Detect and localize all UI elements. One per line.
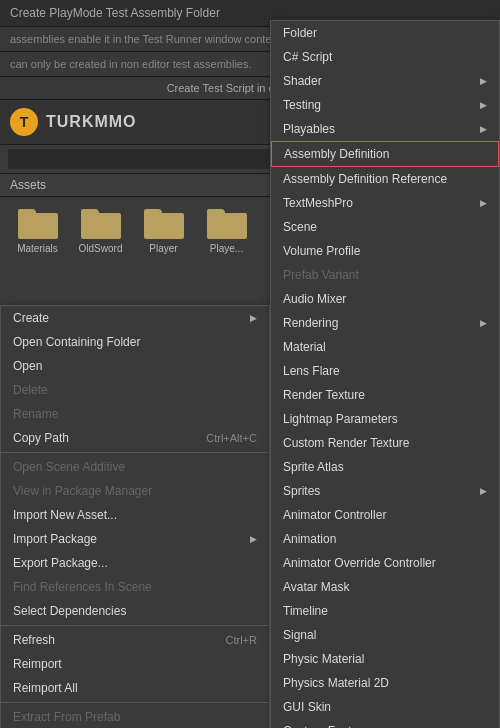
menu-item-label: Rename (13, 407, 58, 421)
asset-item[interactable]: OldSword (73, 207, 128, 302)
right-menu-item[interactable]: Folder (271, 21, 499, 45)
menu-item-label: Rendering (283, 316, 338, 330)
menu-item-label: Audio Mixer (283, 292, 346, 306)
right-menu-item[interactable]: Assembly Definition Reference (271, 167, 499, 191)
left-menu-item[interactable]: Create (1, 306, 269, 330)
menu-item-label: Assembly Definition (284, 147, 389, 161)
right-menu-item[interactable]: Scene (271, 215, 499, 239)
right-menu-item[interactable]: Physic Material (271, 647, 499, 671)
asset-item[interactable]: Playe... (199, 207, 254, 302)
asset-label: Playe... (210, 243, 243, 254)
menu-item-label: Shader (283, 74, 322, 88)
right-menu-item[interactable]: Lens Flare (271, 359, 499, 383)
info-text-1: assemblies enable it in the Test Runner … (10, 33, 311, 45)
left-menu-item: Rename (1, 402, 269, 426)
right-menu-item[interactable]: Volume Profile (271, 239, 499, 263)
asset-label: Materials (17, 243, 58, 254)
folder-icon (207, 207, 247, 239)
right-menu-item[interactable]: Material (271, 335, 499, 359)
right-menu-item[interactable]: Shader (271, 69, 499, 93)
left-context-menu[interactable]: CreateOpen Containing FolderOpenDeleteRe… (0, 305, 270, 728)
left-menu-item[interactable]: Reimport All (1, 676, 269, 700)
right-menu-item[interactable]: GUI Skin (271, 695, 499, 719)
menu-item-label: Animator Controller (283, 508, 386, 522)
menu-item-shortcut: Ctrl+R (226, 634, 257, 646)
menu-item-label: Create (13, 311, 49, 325)
menu-item-label: Import New Asset... (13, 508, 117, 522)
menu-item-label: C# Script (283, 50, 332, 64)
right-context-menu[interactable]: FolderC# ScriptShaderTestingPlayablesAss… (270, 20, 500, 728)
menu-item-label: Extract From Prefab (13, 710, 120, 724)
right-menu-item[interactable]: Sprites (271, 479, 499, 503)
left-menu-item[interactable]: Open (1, 354, 269, 378)
left-menu-item[interactable]: Copy PathCtrl+Alt+C (1, 426, 269, 450)
asset-item[interactable]: Player (136, 207, 191, 302)
left-menu-item[interactable]: Select Dependencies (1, 599, 269, 623)
menu-item-label: Animator Override Controller (283, 556, 436, 570)
logo-icon: T (10, 108, 38, 136)
right-menu-item[interactable]: Lightmap Parameters (271, 407, 499, 431)
right-menu-item[interactable]: Avatar Mask (271, 575, 499, 599)
menu-item-label: Reimport All (13, 681, 78, 695)
right-menu-item[interactable]: C# Script (271, 45, 499, 69)
menu-item-label: Volume Profile (283, 244, 360, 258)
menu-item-label: Delete (13, 383, 48, 397)
top-bar-title: Create PlayMode Test Assembly Folder (10, 6, 220, 20)
menu-item-label: Timeline (283, 604, 328, 618)
right-menu-item[interactable]: Assembly Definition (271, 141, 499, 167)
menu-item-label: Physic Material (283, 652, 364, 666)
menu-item-label: View in Package Manager (13, 484, 152, 498)
menu-item-label: Assembly Definition Reference (283, 172, 447, 186)
left-menu-item[interactable]: Open Containing Folder (1, 330, 269, 354)
right-menu-item[interactable]: Audio Mixer (271, 287, 499, 311)
right-menu-item[interactable]: Signal (271, 623, 499, 647)
menu-item-label: Sprites (283, 484, 320, 498)
left-menu-item[interactable]: Export Package... (1, 551, 269, 575)
left-menu-item: View in Package Manager (1, 479, 269, 503)
menu-item-label: Open (13, 359, 42, 373)
menu-item-shortcut: Ctrl+Alt+C (206, 432, 257, 444)
menu-item-label: Export Package... (13, 556, 108, 570)
menu-item-label: Custom Render Texture (283, 436, 410, 450)
menu-item-label: Open Scene Additive (13, 460, 125, 474)
asset-label: OldSword (79, 243, 123, 254)
left-menu-item[interactable]: Import New Asset... (1, 503, 269, 527)
menu-item-label: Folder (283, 26, 317, 40)
menu-item-label: Signal (283, 628, 316, 642)
info-text-2: can only be created in non editor test a… (10, 58, 252, 70)
right-menu-item[interactable]: Animator Override Controller (271, 551, 499, 575)
folder-icon (81, 207, 121, 239)
right-menu-item[interactable]: Playables (271, 117, 499, 141)
right-menu-item[interactable]: Custom Font (271, 719, 499, 728)
menu-item-label: GUI Skin (283, 700, 331, 714)
left-menu-item: Delete (1, 378, 269, 402)
right-menu-item[interactable]: Rendering (271, 311, 499, 335)
right-menu-item[interactable]: TextMeshPro (271, 191, 499, 215)
right-menu-item[interactable]: Animation (271, 527, 499, 551)
left-menu-item[interactable]: RefreshCtrl+R (1, 628, 269, 652)
menu-item-label: Testing (283, 98, 321, 112)
menu-item-label: Prefab Variant (283, 268, 359, 282)
menu-item-label: Playables (283, 122, 335, 136)
menu-item-label: Physics Material 2D (283, 676, 389, 690)
left-menu-item: Open Scene Additive (1, 455, 269, 479)
menu-item-label: Find References In Scene (13, 580, 152, 594)
left-menu-item[interactable]: Import Package (1, 527, 269, 551)
menu-item-label: Sprite Atlas (283, 460, 344, 474)
asset-label: Player (149, 243, 177, 254)
menu-item-label: Import Package (13, 532, 97, 546)
menu-item-label: Animation (283, 532, 336, 546)
left-menu-item: Find References In Scene (1, 575, 269, 599)
left-menu-item[interactable]: Reimport (1, 652, 269, 676)
menu-item-label: Scene (283, 220, 317, 234)
asset-item[interactable]: Materials (10, 207, 65, 302)
menu-item-label: Lightmap Parameters (283, 412, 398, 426)
right-menu-item[interactable]: Render Texture (271, 383, 499, 407)
right-menu-item[interactable]: Sprite Atlas (271, 455, 499, 479)
right-menu-item[interactable]: Animator Controller (271, 503, 499, 527)
right-menu-item[interactable]: Custom Render Texture (271, 431, 499, 455)
left-menu-item: Extract From Prefab (1, 705, 269, 728)
right-menu-item[interactable]: Physics Material 2D (271, 671, 499, 695)
right-menu-item[interactable]: Testing (271, 93, 499, 117)
right-menu-item[interactable]: Timeline (271, 599, 499, 623)
